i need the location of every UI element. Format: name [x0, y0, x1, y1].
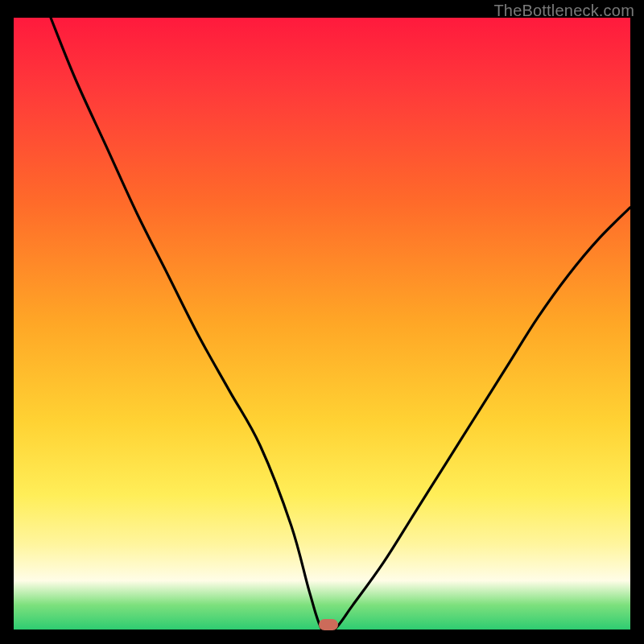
- bottleneck-curve: [14, 18, 630, 630]
- chart-frame: TheBottleneck.com: [0, 0, 644, 644]
- plot-area: [14, 18, 630, 630]
- optimal-point-marker: [319, 619, 338, 630]
